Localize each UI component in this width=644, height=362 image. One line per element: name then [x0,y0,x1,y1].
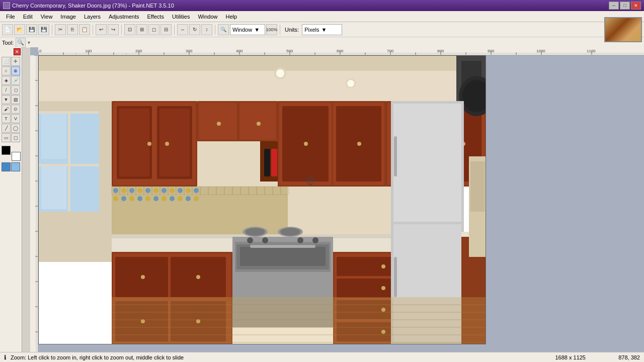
svg-point-74 [257,122,261,126]
paintbrush-tool[interactable]: 🖌 [2,105,11,114]
svg-text:200: 200 [135,49,142,53]
redo-button[interactable]: ↪ [108,24,119,35]
save-as-button[interactable]: 💾 [38,24,49,35]
new-button[interactable]: 📄 [2,24,13,35]
menu-layers[interactable]: Layers [80,13,105,21]
color-picker-tool[interactable]: 💉 [11,76,20,85]
svg-point-128 [121,188,126,193]
clone-tool[interactable]: ⊙ [11,105,20,114]
undo-button[interactable]: ↩ [96,24,107,35]
minimize-button[interactable]: ─ [609,2,619,10]
svg-rect-71 [199,103,237,140]
tools-close-button[interactable]: ✕ [14,48,21,55]
selection-tool[interactable]: V [11,114,20,123]
svg-point-159 [245,228,265,236]
line-tool[interactable]: ╱ [2,124,11,133]
svg-text:600: 600 [337,49,344,53]
lasso-tool[interactable]: ○ [2,66,11,75]
units-dropdown[interactable]: Pixels ▼ [302,24,342,35]
paint-bucket-tool[interactable]: ▼ [2,95,11,104]
maximize-button[interactable]: □ [620,2,630,10]
svg-point-69 [165,142,169,146]
menu-view[interactable]: View [37,13,57,21]
svg-point-139 [121,196,126,201]
canvas-area[interactable]: 0 100 200 300 400 500 600 [30,47,644,352]
move-tool[interactable]: ✛ [11,57,20,66]
main-area: ✕ ⬜ ✛ ○ ⊕ ◈ 💉 / ◻ ▼ ▨ 🖌 ⊙ T V [0,47,644,352]
svg-point-95 [276,69,284,77]
menu-adjustments[interactable]: Adjustments [105,13,143,21]
rectangle-select-tool[interactable]: ⬜ [2,57,11,66]
status-bar: ℹ Zoom: Left click to zoom in, right cli… [0,352,644,362]
window-title: Cherry Contemporary, Shaker Doors.jpg (7… [12,3,174,9]
eraser-tool[interactable]: ◻ [11,85,20,95]
svg-rect-67 [159,109,190,176]
rotate-button[interactable]: ↻ [189,24,200,35]
menu-utilities[interactable]: Utilities [168,13,194,21]
svg-point-145 [170,196,175,201]
menu-file[interactable]: File [2,13,19,21]
svg-rect-65 [119,109,149,176]
svg-point-154 [247,237,253,243]
svg-text:0: 0 [39,49,42,53]
flip-v-button[interactable]: ↕ [201,24,212,35]
svg-point-138 [113,196,118,201]
menu-edit[interactable]: Edit [19,13,37,21]
zoom-100-button[interactable]: 100% [266,24,277,35]
pencil-tool[interactable]: / [2,85,11,95]
rectangle-tool[interactable]: ▭ [2,133,11,142]
text-tool[interactable]: T [2,114,11,123]
open-button[interactable]: 📂 [14,24,25,35]
window-dropdown[interactable]: Window ▼ [230,24,265,35]
rounded-rect-tool[interactable]: ▢ [11,133,20,142]
svg-point-135 [178,188,183,193]
separator-5 [215,25,215,35]
canvas-wrapper [38,55,486,344]
tool-pair-8: ╱ ◯ [2,124,20,133]
invert-button[interactable]: ⊟ [160,24,172,35]
resize-button[interactable]: ⊞ [136,24,147,35]
foreground-color-box[interactable] [2,146,11,155]
tool-pair-5: ▼ ▨ [2,95,20,104]
zoom-out-button[interactable]: 🔍 [218,24,229,35]
color-1-box[interactable] [2,162,11,171]
svg-point-178 [381,264,385,268]
menu-window[interactable]: Window [194,13,221,21]
tool-pair-4: / ◻ [2,85,20,95]
crop-button[interactable]: ⊡ [124,24,135,35]
svg-point-142 [145,196,150,201]
svg-rect-195 [112,297,486,344]
svg-point-129 [129,188,134,193]
zoom-tool[interactable]: ⊕ [11,66,20,75]
svg-point-143 [153,196,158,201]
svg-point-97 [347,80,354,87]
zoom-tool-btn[interactable]: 🔍 [16,38,26,48]
svg-point-136 [186,188,191,193]
title-buttons: ─ □ ✕ [609,2,641,10]
color-2-box[interactable] [11,162,20,171]
gradient-tool[interactable]: ▨ [11,95,20,104]
svg-text:1100: 1100 [587,49,596,53]
flip-h-button[interactable]: ↔ [177,24,188,35]
ellipse-tool[interactable]: ◯ [11,124,20,133]
close-button[interactable]: ✕ [631,2,641,10]
cut-button[interactable]: ✂ [55,24,66,35]
status-icon: ℹ [4,354,7,361]
menu-effects[interactable]: Effects [143,13,168,21]
separator-3 [121,25,122,35]
svg-text:800: 800 [437,49,444,53]
paste-button[interactable]: 📋 [79,24,90,35]
svg-point-130 [137,188,142,193]
menu-help[interactable]: Help [222,13,242,21]
svg-point-134 [170,188,175,193]
menu-image[interactable]: Image [56,13,80,21]
tool-label: Tool: [2,40,14,46]
magic-wand-tool[interactable]: ◈ [2,76,11,85]
deselect-button[interactable]: ◻ [148,24,159,35]
svg-point-148 [194,196,199,201]
save-button[interactable]: 💾 [26,24,37,35]
svg-text:400: 400 [236,49,243,53]
copy-button[interactable]: ⎘ [67,24,78,35]
background-color-box[interactable] [12,152,21,161]
svg-point-146 [178,196,183,201]
